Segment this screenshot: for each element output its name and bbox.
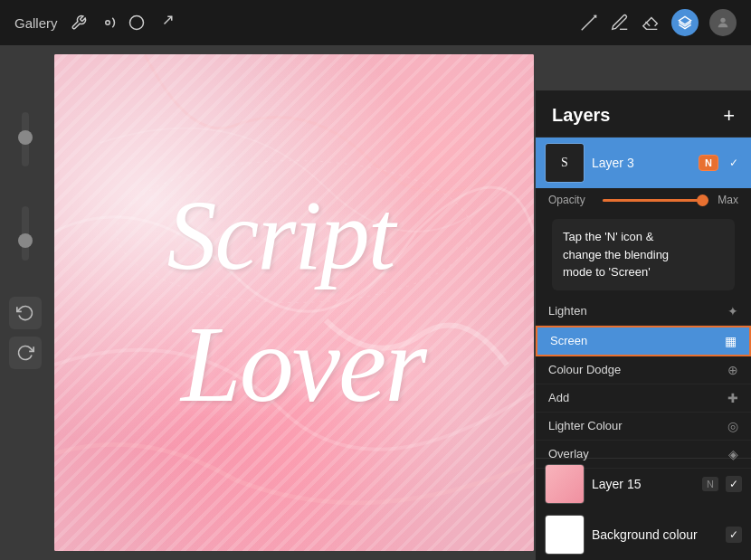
opacity-label: Opacity [548, 194, 594, 206]
blend-lighter-colour-icon: ◎ [727, 419, 738, 433]
svg-point-5 [720, 18, 725, 23]
redo-button[interactable] [9, 337, 42, 369]
tooltip-container: Tap the 'N' icon &change the blendingmod… [543, 219, 744, 290]
gallery-button[interactable]: Gallery [14, 15, 58, 31]
blend-colour-dodge-name: Colour Dodge [548, 363, 621, 376]
script-word-2: Lover [181, 302, 425, 427]
opacity-handle[interactable] [18, 233, 33, 248]
blend-lighter-colour-name: Lighter Colour [548, 419, 623, 432]
layer-15-visibility-check[interactable]: ✓ [726, 476, 742, 492]
blend-colour-dodge-row[interactable]: Colour Dodge ⊕ [536, 356, 751, 384]
layer-3-thumbnail: S [545, 143, 585, 183]
svg-point-0 [105, 21, 109, 25]
pen-tool-icon[interactable] [610, 13, 630, 33]
blend-screen-row[interactable]: Screen ▦ [536, 326, 751, 356]
blend-colour-dodge-icon: ⊕ [727, 363, 738, 377]
opacity-track[interactable] [603, 199, 708, 202]
layers-add-button[interactable]: + [723, 106, 735, 126]
layers-panel: Layers + S Layer 3 N ✓ Opacity Max [536, 90, 751, 560]
svg-line-1 [164, 16, 171, 24]
layer-3-name: Layer 3 [592, 156, 691, 170]
left-sidebar [0, 90, 50, 560]
blend-add-name: Add [548, 391, 569, 404]
blend-lighten-row[interactable]: Lighten ✦ [536, 298, 751, 326]
layers-bottom: Layer 15 N ✓ Background colour ✓ [536, 458, 751, 560]
layer-15-row[interactable]: Layer 15 N ✓ [536, 459, 751, 509]
blend-modes-list: Lighten ✦ Screen ▦ Colour Dodge ⊕ Add ✚ … [536, 298, 751, 469]
brush-size-handle[interactable] [18, 130, 33, 145]
art-canvas[interactable]: Script Lover [54, 54, 534, 551]
script-text-container: Script Lover [54, 54, 534, 551]
layer-3-visibility-check[interactable]: ✓ [726, 155, 742, 171]
toolbar: Gallery [0, 0, 751, 45]
tooltip-text: Tap the 'N' icon &change the blendingmod… [563, 228, 724, 281]
layer-3-blend-badge[interactable]: N [699, 155, 718, 171]
canvas-area: Script Lover Layers [0, 45, 751, 560]
background-thumbnail [545, 515, 585, 555]
opacity-max-label: Max [718, 194, 738, 206]
layers-header: Layers + [536, 90, 751, 138]
layer-15-thumbnail [545, 464, 585, 504]
arrow-icon[interactable] [157, 14, 174, 31]
brush-size-slider[interactable] [22, 112, 29, 166]
opacity-knob[interactable] [697, 195, 708, 206]
opacity-row: Opacity Max [536, 188, 751, 212]
tooltip-box: Tap the 'N' icon &change the blendingmod… [552, 219, 735, 290]
wrench-icon[interactable] [71, 14, 87, 31]
layer-3-row[interactable]: S Layer 3 N ✓ [536, 138, 751, 188]
layer-3-thumb-bg: S [546, 144, 584, 182]
layer-15-blend-badge[interactable]: N [702, 477, 718, 491]
blend-add-row[interactable]: Add ✚ [536, 384, 751, 413]
blend-lighten-icon: ✦ [727, 304, 738, 318]
blend-lighten-name: Lighten [548, 304, 587, 318]
layers-title: Layers [552, 105, 611, 126]
blend-lighter-colour-row[interactable]: Lighter Colour ◎ [536, 413, 751, 441]
opacity-slider[interactable] [22, 206, 29, 261]
svg-line-2 [582, 15, 597, 31]
background-colour-row[interactable]: Background colour ✓ [536, 509, 751, 560]
pencil-tool-icon[interactable] [579, 13, 599, 33]
blend-screen-icon: ▦ [725, 334, 737, 348]
background-colour-name: Background colour [592, 527, 718, 542]
toolbar-left: Gallery [14, 14, 174, 31]
toolbar-right [579, 9, 737, 36]
blend-add-icon: ✚ [727, 391, 738, 405]
background-visibility-check[interactable]: ✓ [726, 527, 742, 543]
profile-icon[interactable] [709, 9, 737, 36]
script-word-1: Script [167, 178, 395, 293]
layer-15-thumb-bg [546, 465, 584, 503]
blend-screen-name: Screen [550, 334, 587, 347]
layers-panel-icon[interactable] [671, 9, 699, 36]
undo-button[interactable] [9, 297, 42, 329]
brush-settings-icon[interactable] [100, 14, 116, 31]
background-thumb-bg [546, 516, 584, 554]
eraser-tool-icon[interactable] [641, 13, 661, 33]
layer-thumb-script-text: S [561, 156, 568, 170]
smudge-icon[interactable] [128, 14, 145, 31]
layer-15-name: Layer 15 [592, 477, 695, 491]
opacity-fill [603, 199, 700, 202]
